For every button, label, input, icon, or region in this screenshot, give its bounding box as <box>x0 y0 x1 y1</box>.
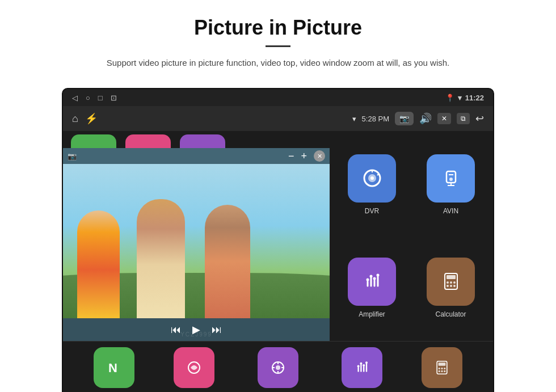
wifi-status-icon: ▾ <box>352 115 356 123</box>
camera-icon[interactable]: 📷 <box>395 112 414 125</box>
calculator-label: Calculator <box>435 310 466 318</box>
sirius-svg-icon <box>185 359 203 377</box>
bottom-app-amplifier[interactable]: Amplifier <box>342 347 382 392</box>
status-time: 11:22 <box>465 94 484 102</box>
svg-point-23 <box>447 285 449 287</box>
svg-point-48 <box>441 370 443 372</box>
bottom-app-sirius[interactable]: SiriusXM <box>174 347 214 392</box>
menu-icon[interactable]: ⊡ <box>111 94 117 102</box>
amplifier-label: Amplifier <box>359 310 385 318</box>
recents-icon[interactable]: □ <box>98 94 103 102</box>
avin-label: AVIN <box>443 207 458 215</box>
toolbar-time: 5:28 PM <box>362 115 389 123</box>
app-item-avin[interactable]: AVIN <box>414 136 487 233</box>
svg-point-49 <box>444 370 445 372</box>
toolbar-right: ▾ 5:28 PM 📷 🔊 ✕ ⧉ ↩ <box>352 112 484 125</box>
prev-btn[interactable]: ⏮ <box>171 324 181 336</box>
video-scene <box>63 164 330 318</box>
pip-window[interactable]: 📷 − + ✕ <box>63 148 330 341</box>
amplifier-icon-box[interactable] <box>348 258 396 306</box>
svg-point-25 <box>453 285 456 287</box>
svg-point-47 <box>438 370 440 372</box>
svg-point-17 <box>376 274 379 277</box>
home-app-icon[interactable]: ⌂ <box>72 113 78 125</box>
home-icon[interactable]: ○ <box>86 94 90 102</box>
page-subtitle: Support video picture in picture functio… <box>62 56 494 70</box>
wifi-icon: ▾ <box>458 94 462 102</box>
pip-close-icon: ✕ <box>317 153 322 160</box>
bottom-app-netflix[interactable]: N Netflix <box>94 347 134 392</box>
avin-icon-box[interactable] <box>427 154 475 203</box>
svg-point-14 <box>366 279 369 281</box>
pip-controls: − + ✕ <box>288 150 325 162</box>
app-item-amplifier[interactable]: Amplifier <box>335 239 408 336</box>
svg-point-16 <box>373 277 376 280</box>
next-btn[interactable]: ⏭ <box>212 324 222 336</box>
svg-point-45 <box>441 368 443 369</box>
svg-text:N: N <box>108 361 117 375</box>
svg-point-22 <box>453 281 456 284</box>
svg-rect-43 <box>438 363 445 366</box>
svg-point-24 <box>450 285 452 287</box>
svg-point-44 <box>438 368 440 369</box>
bottom-calculator-svg-icon <box>433 359 451 377</box>
status-right: 📍 ▾ 11:22 <box>445 94 484 102</box>
svg-point-29 <box>276 365 280 370</box>
wheelkey-icon-box[interactable] <box>258 347 298 388</box>
netflix-svg-icon: N <box>105 359 123 377</box>
location-icon: 📍 <box>445 94 454 102</box>
svg-point-21 <box>450 281 452 284</box>
status-left: ◁ ○ □ ⊡ <box>72 94 117 102</box>
amplifier-svg-icon <box>361 270 384 293</box>
svg-point-15 <box>369 275 372 278</box>
svg-point-41 <box>365 361 368 364</box>
bottom-app-calculator[interactable]: Calculator <box>422 347 462 392</box>
volume-icon[interactable]: 🔊 <box>419 112 432 125</box>
bottom-app-wheelkey[interactable]: Wheelkey Study <box>254 347 303 392</box>
wheelkey-svg-icon <box>269 359 287 377</box>
sirius-icon-box[interactable] <box>174 347 214 388</box>
bottom-amplifier-icon-box[interactable] <box>342 347 382 388</box>
dvr-svg-icon <box>361 167 384 189</box>
svg-point-38 <box>357 365 360 368</box>
svg-point-2 <box>370 176 374 180</box>
page-title: Picture in Picture <box>45 16 511 40</box>
svg-point-39 <box>360 363 362 365</box>
bottom-amplifier-svg-icon <box>353 359 371 377</box>
pip-top-bar: 📷 − + ✕ <box>63 148 330 164</box>
status-bar: ◁ ○ □ ⊡ 📍 ▾ 11:22 <box>63 89 493 106</box>
video-bottom-bar: ⏮ ▶ ⏭ <box>63 318 330 341</box>
main-content: 📷 − + ✕ <box>63 131 493 341</box>
netflix-icon-box[interactable]: N <box>94 347 134 388</box>
page-header: Picture in Picture Support video picture… <box>0 0 556 80</box>
device-frame: ◁ ○ □ ⊡ 📍 ▾ 11:22 ⌂ ⚡ ▾ 5:28 PM 📷 🔊 ✕ ⧉ … <box>62 88 494 392</box>
svg-rect-19 <box>447 275 456 279</box>
close-btn[interactable]: ✕ <box>437 113 451 124</box>
pip-minus-btn[interactable]: − <box>288 150 294 162</box>
svg-point-20 <box>447 281 449 284</box>
calculator-svg-icon <box>440 270 462 293</box>
app-toolbar: ⌂ ⚡ ▾ 5:28 PM 📷 🔊 ✕ ⧉ ↩ <box>63 106 493 131</box>
dvr-icon-box[interactable] <box>348 154 396 203</box>
app-item-dvr[interactable]: DVR <box>335 136 408 233</box>
bottom-apps-row: N Netflix SiriusXM <box>63 341 493 392</box>
icons-grid: DVR AVIN <box>330 131 493 341</box>
toolbar-left: ⌂ ⚡ <box>72 112 98 125</box>
dvr-label: DVR <box>365 207 379 215</box>
title-divider <box>266 45 290 47</box>
pip-camera-icon: 📷 <box>68 152 77 161</box>
calculator-icon-box[interactable] <box>427 258 475 306</box>
usb-icon: ⚡ <box>85 112 98 125</box>
svg-point-7 <box>449 178 453 181</box>
back-nav-icon[interactable]: ↩ <box>475 112 484 125</box>
pip-btn[interactable]: ⧉ <box>457 113 470 124</box>
back-icon[interactable]: ◁ <box>72 94 78 102</box>
svg-point-46 <box>444 368 445 369</box>
watermark: YCZJ999 <box>180 331 212 338</box>
pip-close-btn[interactable]: ✕ <box>314 150 325 162</box>
pip-plus-btn[interactable]: + <box>301 150 307 162</box>
svg-point-40 <box>363 364 365 366</box>
video-area: 📷 − + ✕ <box>63 131 330 341</box>
app-item-calculator[interactable]: Calculator <box>414 239 487 336</box>
bottom-calculator-icon-box[interactable] <box>422 347 462 388</box>
